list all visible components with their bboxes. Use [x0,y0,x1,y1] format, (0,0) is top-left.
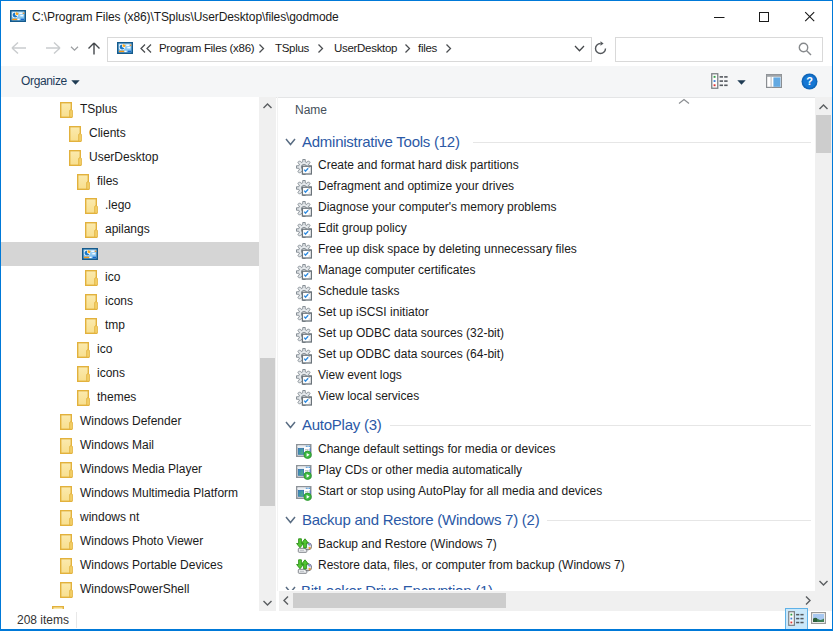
svg-text:?: ? [806,75,813,87]
